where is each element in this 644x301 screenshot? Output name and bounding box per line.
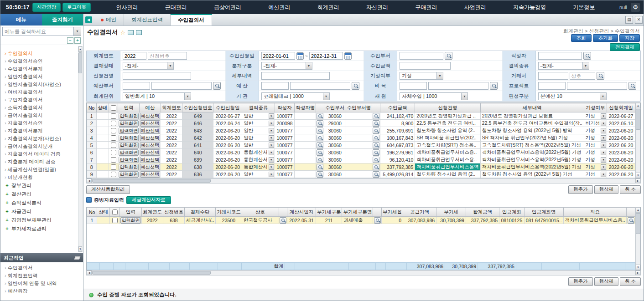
dropdown-arrow-icon[interactable]: ▼	[269, 121, 274, 126]
top-menu-item[interactable]: 구매관리	[411, 4, 441, 11]
evidence-grid-hscrollbar[interactable]: ◀ ▶	[86, 270, 641, 275]
writer-code-cell[interactable]: 100077	[275, 142, 295, 149]
grid1-header[interactable]: 신청건명	[415, 103, 481, 112]
sidebar-menu-group[interactable]: +결산관리	[5, 190, 77, 199]
invoice-merge-button[interactable]: 계산서통합처리	[86, 185, 130, 194]
grid2-header[interactable]: 상태	[97, 208, 110, 217]
calendar-icon[interactable]	[344, 52, 352, 60]
top-menu-item[interactable]: 급상여관리	[210, 4, 245, 11]
income-amount-cell[interactable]: 100,167,843	[380, 134, 415, 142]
expand-all-button[interactable]: +	[74, 37, 81, 44]
grid1-row[interactable]: 7입력화면예산선택20226392022-06-20통합계산서▼10007730…	[87, 156, 635, 163]
search-icon[interactable]	[373, 120, 379, 127]
writer-code-cell[interactable]: 100077	[275, 171, 295, 178]
scroll-thumb[interactable]	[92, 271, 211, 275]
detail-cell[interactable]: 객차비품취급업무서비스용역(2022년5월) 기성	[480, 163, 584, 171]
request-title-cell[interactable]: 객차비품취급업무서비스용역	[415, 163, 481, 171]
e-approval-button[interactable]: 전자결재	[610, 43, 640, 51]
dept-name-cell[interactable]	[346, 156, 372, 163]
status-cell[interactable]	[96, 149, 109, 156]
request-date-cell[interactable]: 2022-06-20	[213, 163, 242, 171]
fund-source-select[interactable]: 자체수입 | 1000 ▼	[400, 92, 468, 100]
grid2-header[interactable]: 부가세율	[381, 208, 403, 217]
clear-recent-icon[interactable]	[74, 256, 81, 260]
search-icon[interactable]	[628, 82, 636, 90]
request-title-cell[interactable]: 철도차량 청소사업 용역 (2..	[415, 127, 481, 134]
new-window-icon[interactable]	[128, 30, 134, 35]
sidebar-scrollbar[interactable]: ▲ ▼	[78, 46, 83, 252]
scroll-right-icon[interactable]: ▶	[635, 270, 640, 275]
completion-select[interactable]: 기성 ▼	[400, 72, 443, 80]
grid2-header[interactable]: 부가세구분	[316, 208, 342, 217]
project-name-input[interactable]	[567, 82, 627, 90]
sidebar-menu-group[interactable]: +장부관리	[5, 181, 77, 190]
grid1-header[interactable]: 수입부서명	[346, 103, 372, 112]
income-amount-cell[interactable]: 604,697,873	[380, 142, 415, 149]
dept-name-cell[interactable]	[346, 112, 372, 120]
dept-code-cell[interactable]: 29000	[324, 120, 346, 127]
tab-voucher-entry[interactable]: 회계전표입력	[124, 14, 171, 26]
detail-cell[interactable]: SR 객차비품 취급업무(2022년 5월) 기성	[480, 134, 584, 142]
grid1-header[interactable]: 예산	[140, 103, 161, 112]
search-icon[interactable]	[628, 217, 634, 224]
top-menu-item[interactable]: 회계관리	[314, 4, 343, 11]
request-title-cell[interactable]: 객차비품취급업무서비스용..	[415, 156, 481, 163]
expense-item-name-input[interactable]	[428, 82, 488, 90]
grid2-header[interactable]: 부가세	[436, 208, 466, 217]
sidebar-menu-item[interactable]: ›수입결의서분개	[5, 65, 77, 73]
deposit-account-name-cell[interactable]: 081 647910015..	[524, 217, 563, 224]
top-menu-item[interactable]: 근태관리	[161, 4, 191, 11]
row-number[interactable]: 4	[87, 134, 97, 142]
tax-invoice-data-button[interactable]: 세금계산서자료	[126, 196, 171, 204]
writer-name-cell[interactable]	[295, 120, 316, 127]
writer-input[interactable]	[538, 52, 582, 60]
dept-name-cell[interactable]	[346, 171, 372, 178]
decision-type-cell[interactable]: 일반▼	[242, 142, 275, 149]
sidebar-menu-item[interactable]: ›수입결의서	[5, 50, 77, 57]
writer-code-cell[interactable]: 100077	[275, 163, 295, 171]
dept-code-cell[interactable]: 30060	[324, 163, 346, 171]
request-title-cell[interactable]: 객차비품취급업무서비스용..	[415, 149, 481, 156]
fiscal-year-cell[interactable]: 2022	[161, 120, 182, 127]
search-icon[interactable]	[373, 142, 379, 148]
input-screen-button[interactable]: 입력화면	[119, 120, 139, 127]
writer-name-cell[interactable]	[295, 112, 316, 120]
writer-name-cell[interactable]	[295, 127, 316, 134]
project-code-input[interactable]	[538, 82, 566, 90]
dropdown-arrow-icon[interactable]: ▼	[601, 172, 606, 177]
grid2-header[interactable]: 회계연도	[141, 208, 163, 217]
grid1-header[interactable]: 기성여부	[584, 103, 607, 112]
account-date-cell[interactable]: 2022-05-10	[607, 120, 635, 127]
row-number[interactable]: 6	[87, 149, 97, 156]
detail-input[interactable]	[261, 72, 330, 80]
fiscal-year-cell[interactable]: 2022	[161, 134, 182, 142]
grid1-header[interactable]	[316, 103, 324, 112]
search-icon[interactable]	[445, 52, 452, 60]
status-cell[interactable]	[96, 127, 109, 134]
request-number-cell[interactable]: 642	[182, 134, 213, 142]
grid1-header[interactable]: 상태	[96, 103, 109, 112]
request-date-cell[interactable]: 2022-06-24	[213, 120, 242, 127]
fiscal-year-cell[interactable]: 2022	[161, 142, 182, 149]
grid2-header[interactable]: 계산서일자	[287, 208, 316, 217]
search-icon[interactable]	[317, 164, 323, 170]
search-icon[interactable]	[317, 157, 323, 163]
search-icon[interactable]	[317, 171, 323, 178]
grid1-header[interactable]: 신청회계일	[607, 103, 635, 112]
grid1-header[interactable]: 작성자명	[295, 103, 316, 112]
date-from-input[interactable]	[261, 52, 295, 60]
income-grid-vscrollbar[interactable]: ▲ ▼	[635, 103, 640, 178]
grid1-row[interactable]: 8입력화면예산선택20226382022-06-20통합계산서▼10007730…	[87, 163, 635, 171]
dept-code-cell[interactable]: 30060	[324, 112, 346, 120]
row-checkbox[interactable]	[111, 150, 116, 155]
row-number[interactable]: 1	[87, 112, 97, 120]
fiscal-year-cell[interactable]: 2022	[141, 217, 163, 224]
save-button[interactable]: 저장	[619, 34, 640, 42]
grid2-header[interactable]: 적요	[563, 208, 627, 217]
search-icon[interactable]	[373, 113, 379, 119]
tab-main[interactable]: 메인	[93, 14, 124, 26]
top-menu-item[interactable]: 지속가능경영	[509, 4, 550, 11]
top-menu-item[interactable]: 사업관리	[461, 4, 490, 11]
dept-name-cell[interactable]	[346, 142, 372, 149]
fiscal-year-cell[interactable]: 2022	[161, 112, 182, 120]
